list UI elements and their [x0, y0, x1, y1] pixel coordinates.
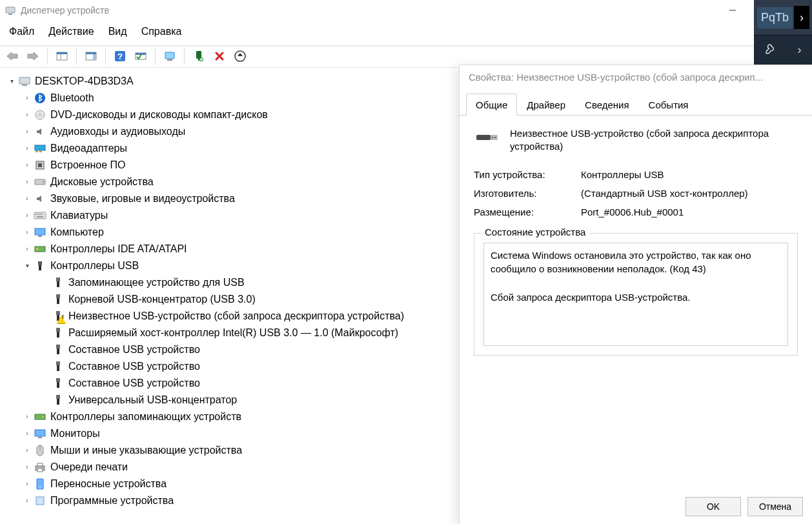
svg-point-32: [43, 181, 44, 183]
firmware-icon: [34, 159, 46, 172]
svg-rect-27: [36, 151, 38, 152]
twisty-right-icon[interactable]: ›: [22, 160, 32, 170]
svg-rect-10: [86, 52, 96, 54]
twisty-down-icon[interactable]: ▾: [22, 261, 32, 271]
svg-rect-68: [37, 463, 43, 466]
tree-node-label: Bluetooth: [50, 91, 94, 105]
menu-view[interactable]: Вид: [108, 26, 127, 37]
svg-rect-51: [56, 328, 60, 332]
svg-rect-63: [35, 430, 45, 436]
svg-rect-26: [35, 145, 45, 150]
action-pane-button[interactable]: [83, 48, 99, 65]
tree-node-label: Клавиатуры: [50, 208, 108, 223]
twisty-right-icon[interactable]: ›: [22, 479, 32, 489]
menu-file[interactable]: Файл: [9, 26, 34, 37]
svg-rect-44: [39, 265, 41, 270]
twisty-right-icon[interactable]: ›: [22, 210, 32, 221]
monitor-icon: [34, 427, 46, 440]
twisty-right-icon[interactable]: ›: [22, 126, 32, 137]
tree-root-label: DESKTOP-4DB3D3A: [35, 74, 134, 88]
twisty-right-icon[interactable]: ›: [22, 445, 32, 456]
enable-device-button[interactable]: [190, 48, 207, 65]
svg-rect-55: [56, 361, 60, 365]
tree-node-label: Корневой USB-концентратор (USB 3.0): [68, 292, 256, 307]
tab-details[interactable]: Сведения: [575, 94, 639, 116]
dialog-title: Свойства: Неизвестное USB-устройство (сб…: [460, 65, 812, 89]
nav-forward-button[interactable]: [25, 48, 41, 65]
ok-button[interactable]: OK: [685, 497, 741, 516]
svg-rect-22: [22, 85, 27, 86]
svg-rect-40: [38, 236, 42, 237]
label-device-type: Тип устройства:: [474, 169, 571, 180]
wrench-icon[interactable]: [765, 43, 776, 57]
twisty-right-icon[interactable]: ›: [22, 412, 32, 422]
tree-node-label: Неизвестное USB-устройство (сбой запроса…: [68, 309, 404, 323]
svg-text:?: ?: [117, 52, 123, 61]
device-status-text[interactable]: Система Windows остановила это устройств…: [483, 243, 788, 346]
tree-node-label: Встроенное ПО: [50, 158, 126, 172]
svg-rect-21: [19, 77, 30, 84]
label-manufacturer: Изготовитель:: [474, 188, 571, 199]
tab-events[interactable]: События: [639, 94, 698, 116]
show-hide-tree-button[interactable]: [54, 48, 70, 65]
twisty-right-icon[interactable]: ›: [22, 428, 32, 439]
tree-node-label: Составное USB устройство: [68, 359, 200, 374]
svg-rect-56: [57, 365, 59, 371]
svg-rect-53: [56, 345, 60, 348]
update-driver-button[interactable]: [161, 48, 178, 65]
svg-rect-30: [38, 163, 42, 167]
label-location: Размещение:: [474, 207, 571, 217]
twisty-right-icon[interactable]: ›: [22, 227, 32, 237]
tree-node-label: Контроллеры запоминающих устройств: [50, 410, 241, 424]
twisty-right-icon[interactable]: ›: [22, 496, 32, 506]
svg-rect-1: [8, 14, 12, 15]
help-button[interactable]: ?: [112, 48, 128, 65]
chevron-right-icon[interactable]: ›: [798, 43, 802, 57]
svg-rect-47: [56, 294, 60, 298]
usb-icon: [52, 276, 65, 289]
tree-node-label: Звуковые, игровые и видеоустройства: [50, 192, 235, 206]
bg-app-tab[interactable]: PqTb: [757, 7, 793, 28]
background-app-strip: PqTb › ›: [754, 0, 812, 65]
twisty-right-icon[interactable]: ›: [22, 177, 32, 187]
twisty-right-icon[interactable]: ›: [22, 143, 32, 154]
cancel-button[interactable]: Отмена: [747, 497, 803, 516]
tree-node-label: Контроллеры USB: [50, 259, 139, 273]
uninstall-device-button[interactable]: [211, 48, 228, 65]
dvd-icon: [34, 108, 46, 121]
twisty-right-icon[interactable]: ›: [22, 110, 32, 120]
twisty-right-icon[interactable]: ›: [22, 93, 32, 103]
bg-app-chevron-icon[interactable]: ›: [794, 6, 809, 29]
svg-rect-60: [57, 399, 59, 405]
tab-driver[interactable]: Драйвер: [517, 94, 575, 116]
dialog-device-name: Неизвестное USB-устройство (сбой запроса…: [510, 127, 798, 154]
usb-icon: [52, 310, 65, 323]
svg-rect-16: [165, 52, 174, 59]
svg-rect-18: [196, 51, 201, 59]
minimize-button[interactable]: [718, 0, 747, 21]
disk-icon: [34, 176, 46, 188]
nav-back-button[interactable]: [4, 48, 21, 65]
svg-rect-48: [57, 298, 59, 304]
tree-node-label: Аудиовходы и аудиовыходы: [50, 125, 185, 139]
twisty-right-icon[interactable]: ›: [22, 462, 32, 472]
value-device-type: Контроллеры USB: [581, 169, 798, 180]
menu-help[interactable]: Справка: [141, 26, 182, 37]
status-line-2: Сбой запроса дескриптора USB-устройства.: [491, 290, 781, 305]
svg-rect-17: [167, 59, 172, 61]
twisty-down-icon[interactable]: ▾: [6, 76, 17, 86]
svg-rect-7: [57, 52, 67, 54]
twisty-right-icon[interactable]: ›: [22, 194, 32, 204]
tab-general[interactable]: Общие: [466, 94, 517, 116]
svg-point-62: [43, 416, 45, 418]
scan-hardware-button[interactable]: [132, 48, 149, 65]
tree-node-label: Компьютер: [50, 225, 104, 239]
mouse-icon: [34, 444, 46, 457]
menu-action[interactable]: Действие: [48, 26, 94, 37]
svg-rect-46: [57, 281, 59, 287]
ide-icon: [34, 243, 46, 256]
dialog-tabs: Общие Драйвер Сведения События: [460, 93, 812, 116]
scan-for-changes-button[interactable]: [232, 48, 249, 65]
twisty-right-icon[interactable]: ›: [22, 244, 32, 254]
svg-rect-37: [41, 214, 43, 215]
